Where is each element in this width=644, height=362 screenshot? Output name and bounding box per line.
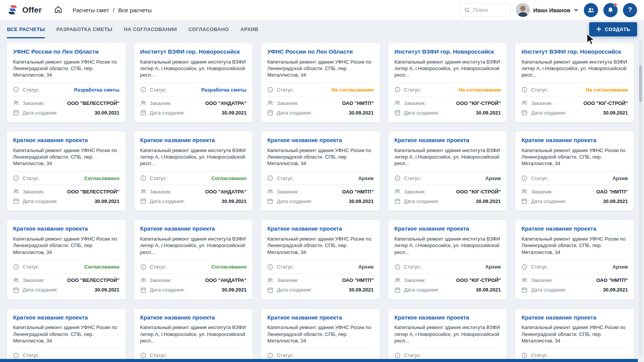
card-title[interactable]: Краткое название проекта (394, 137, 501, 144)
status-label: Статус: (531, 264, 548, 270)
estimate-card[interactable]: Институт ВЗФИ гор. Новороссийск Капиталь… (388, 43, 507, 122)
avatar[interactable] (516, 3, 530, 17)
card-title[interactable]: Краткое название проекта (13, 137, 120, 144)
created-label: Дата создания: (277, 287, 312, 293)
calendar-icon (521, 198, 527, 204)
tab-archive[interactable]: АРХИВ (240, 20, 258, 38)
created-label: Дата создания: (404, 198, 439, 204)
scrollbar-thumb[interactable] (639, 65, 642, 102)
user-menu[interactable]: Иван Иванов (516, 3, 578, 17)
estimate-card[interactable]: Краткое название проекта Капитальный рем… (134, 309, 253, 362)
estimate-card[interactable]: Краткое название проекта Капитальный рем… (261, 131, 380, 211)
card-status-value: На согласовании (586, 87, 628, 93)
bottom-bar (0, 359, 638, 362)
created-label: Дата создания: (277, 198, 312, 204)
created-label: Дата создания: (531, 198, 566, 204)
estimate-card[interactable]: Краткое название проекта Капитальный рем… (7, 220, 126, 299)
estimate-card[interactable]: УФНС России по Лен Области Капитальный р… (7, 43, 126, 122)
card-title[interactable]: Краткое название проекта (267, 137, 374, 144)
created-label: Дата создания: (23, 198, 58, 204)
contacts-button[interactable] (584, 3, 598, 17)
card-title[interactable]: Краткое название проекта (267, 225, 374, 233)
status-label: Статус: (277, 175, 294, 181)
status-icon (521, 87, 527, 93)
card-date-value: 30.09.2021 (222, 110, 246, 116)
status-label: Статус: (150, 87, 167, 93)
card-status-value: Архив (358, 175, 373, 181)
estimate-card[interactable]: УФНС России по Лен Области Капитальный р… (261, 43, 380, 122)
customer-icon (394, 277, 401, 283)
estimate-card[interactable]: Краткое название проекта Капитальный рем… (7, 131, 126, 211)
search-input[interactable] (473, 7, 506, 13)
breadcrumb-current[interactable]: Все расчеты (118, 7, 152, 13)
tab-development[interactable]: РАЗРАБОТКА СМЕТЫ (56, 20, 112, 38)
card-date-value: 30.09.2021 (95, 110, 120, 116)
card-title[interactable]: Институт ВЗФИ гор. Новороссийск (521, 48, 628, 56)
card-title[interactable]: Краткое название проекта (140, 137, 247, 144)
card-title[interactable]: Краткое название проекта (140, 225, 247, 233)
card-title[interactable]: Краткое название проекта (13, 314, 120, 321)
card-description: Капитальный ремонт здания УФНС Росии по … (521, 147, 628, 167)
status-label: Статус: (531, 352, 548, 358)
card-description: Капитальный ремонт здания института ВЗФИ… (140, 324, 247, 344)
card-title[interactable]: Краткое название проекта (140, 314, 247, 321)
notifications-button[interactable] (603, 3, 618, 17)
estimate-card[interactable]: Краткое название проекта Капитальный рем… (134, 131, 253, 211)
card-status-value: Архив (358, 264, 373, 270)
brand-name: Offer (22, 5, 42, 15)
card-title[interactable]: УФНС России по Лен Области (267, 48, 374, 56)
create-button-label: СОЗДАТЬ (605, 26, 630, 32)
card-customer-value: ООО "АНДАТРА" (205, 189, 246, 195)
card-title[interactable]: УФНС России по Лен Области (13, 48, 120, 56)
card-description: Капитальный ремонт здания института ВЗФИ… (140, 59, 247, 78)
tab-all[interactable]: ВСЕ РАСЧЕТЫ (7, 20, 45, 38)
created-label: Дата создания: (150, 287, 185, 293)
breadcrumb-section[interactable]: Расчеты смет (72, 7, 109, 13)
estimate-card[interactable]: Краткое название проекта Капитальный рем… (261, 220, 380, 299)
cards-grid: УФНС России по Лен Области Капитальный р… (0, 38, 644, 362)
estimate-card[interactable]: Краткое название проекта Капитальный рем… (515, 220, 634, 299)
estimate-card[interactable]: Краткое название проекта Капитальный рем… (134, 220, 253, 299)
status-icon (267, 264, 273, 270)
scrollbar-track[interactable] (639, 40, 642, 357)
chevron-down-icon[interactable] (574, 8, 578, 12)
card-title[interactable]: Краткое название проекта (394, 225, 501, 233)
create-button[interactable]: СОЗДАТЬ (589, 22, 637, 36)
estimate-card[interactable]: Краткое название проекта Капитальный рем… (515, 131, 634, 211)
card-title[interactable]: Краткое название проекта (267, 314, 374, 321)
card-title[interactable]: Краткое название проекта (521, 225, 628, 233)
card-title[interactable]: Краткое название проекта (13, 225, 120, 233)
card-title[interactable]: Институт ВЗФИ гор. Новороссийск (140, 48, 247, 56)
help-button[interactable]: ? (623, 3, 637, 17)
estimate-card[interactable]: Краткое название проекта Капитальный рем… (7, 309, 126, 362)
customer-icon (13, 100, 19, 106)
tab-approved[interactable]: СОГЛАСОВАНО (188, 20, 229, 38)
card-title[interactable]: Краткое название проекта (521, 137, 628, 144)
created-label: Дата создания: (404, 110, 439, 116)
card-title[interactable]: Краткое название проекта (521, 314, 628, 321)
status-icon (13, 175, 19, 181)
users-icon (587, 7, 595, 14)
status-icon (267, 175, 273, 181)
estimate-card[interactable]: Институт ВЗФИ гор. Новороссийск Капиталь… (134, 43, 253, 122)
card-title[interactable]: Институт ВЗФИ гор. Новороссийск (394, 48, 501, 56)
tab-on-approval[interactable]: НА СОГЛАСОВАНИИ (124, 20, 177, 38)
card-title[interactable]: Краткое название проекта (394, 314, 501, 321)
estimate-card[interactable]: Краткое название проекта Капитальный рем… (261, 309, 380, 362)
bell-icon (607, 7, 614, 14)
estimate-card[interactable]: Институт ВЗФИ гор. Новороссийск Капиталь… (515, 43, 634, 122)
estimate-card[interactable]: Краткое название проекта Капитальный рем… (388, 309, 507, 362)
card-customer-value: ООО "ЮГ-СТРОЙ" (583, 100, 628, 106)
card-status-value: На согласовании (458, 87, 501, 93)
card-description: Капитальный ремонт здания УФНС Росии по … (521, 324, 628, 344)
estimate-card[interactable]: Краткое название проекта Капитальный рем… (388, 220, 507, 299)
estimate-card[interactable]: Краткое название проекта Капитальный рем… (388, 131, 507, 211)
home-icon[interactable] (54, 5, 63, 15)
search-box[interactable] (460, 3, 511, 17)
calendar-icon (267, 287, 273, 293)
card-status-value: Согласованно (211, 175, 246, 181)
estimate-card[interactable]: Краткое название проекта Капитальный рем… (515, 309, 634, 362)
card-date-value: 30.09.2021 (603, 198, 628, 204)
notification-badge (614, 3, 617, 7)
card-customer-value: ОАО "НМТП" (342, 277, 374, 283)
